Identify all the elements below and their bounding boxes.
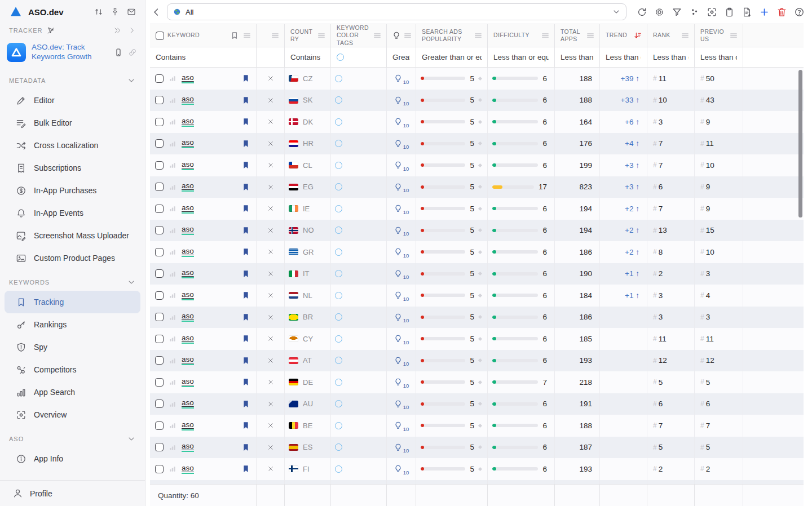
column-menu-icon[interactable] [373, 31, 382, 40]
row-checkbox[interactable] [155, 161, 164, 170]
keyword-link[interactable]: aso [182, 74, 194, 83]
tips-cell[interactable]: 10 [387, 307, 416, 329]
tips-cell[interactable]: 10 [387, 133, 416, 155]
column-header-difficulty[interactable]: DIFFICULTY [488, 24, 555, 47]
column-header-popularity[interactable]: SEARCH ADS POPULARITY [416, 24, 488, 47]
remove-icon[interactable] [267, 443, 275, 451]
column-header-total-apps[interactable]: TOTAL APPS [555, 24, 600, 47]
keyword-link[interactable]: aso [182, 225, 194, 235]
row-checkbox[interactable] [155, 226, 164, 234]
color-tag-circle[interactable] [335, 400, 342, 407]
column-menu-icon[interactable] [271, 31, 280, 40]
sidebar-item-cross-localization[interactable]: Cross Localization [5, 134, 140, 157]
sidebar-item-in-app-purchases[interactable]: In-App Purchases [5, 179, 140, 202]
sidebar-item-tracking[interactable]: Tracking [5, 291, 140, 313]
sidebar-item-spy[interactable]: Spy [5, 336, 140, 358]
bookmark-filled-icon[interactable] [241, 139, 250, 148]
row-checkbox[interactable] [155, 74, 164, 83]
filter-country[interactable]: Contains [285, 47, 331, 67]
column-menu-icon[interactable] [403, 31, 412, 40]
bookmark-filled-icon[interactable] [241, 117, 250, 126]
bookmark-filled-icon[interactable] [241, 204, 250, 213]
bookmark-filled-icon[interactable] [241, 291, 250, 300]
color-tag-circle[interactable] [335, 313, 342, 321]
color-tag-circle[interactable] [335, 205, 342, 212]
delete-button[interactable] [775, 6, 788, 18]
row-checkbox[interactable] [155, 291, 164, 300]
color-tag-circle[interactable] [335, 292, 342, 299]
column-menu-icon[interactable] [729, 31, 738, 40]
remove-icon[interactable] [267, 378, 275, 386]
sidebar-item-in-app-events[interactable]: In-App Events [5, 202, 140, 224]
tips-cell[interactable]: 10 [387, 154, 416, 176]
tips-cell[interactable]: 10 [387, 371, 416, 393]
color-tag-circle[interactable] [335, 118, 342, 126]
tips-cell[interactable]: 10 [387, 90, 416, 112]
sidebar-item-subscriptions[interactable]: Subscriptions [5, 157, 140, 179]
column-header-keyword[interactable]: KEYWORD [150, 24, 257, 47]
add-keyword-button[interactable] [758, 6, 770, 18]
bookmark-filled-icon[interactable] [241, 74, 250, 83]
column-header-delete[interactable] [257, 24, 285, 47]
tips-cell[interactable]: 10 [387, 263, 416, 285]
bookmark-filled-icon[interactable] [241, 313, 250, 322]
filter-popularity[interactable]: Greater than or eq... [416, 47, 488, 67]
filter-difficulty[interactable]: Less than or equal ... [488, 47, 555, 67]
vertical-scrollbar[interactable] [798, 70, 802, 218]
section-header-aso[interactable]: ASO [0, 426, 145, 447]
column-header-rank[interactable]: RANK [647, 24, 695, 47]
filter-keyword[interactable]: Contains [150, 47, 257, 67]
keyword-link[interactable]: aso [182, 182, 194, 192]
select-all-checkbox[interactable] [156, 32, 164, 40]
chevron-right-icon[interactable] [128, 26, 136, 34]
import-file-button[interactable] [740, 6, 753, 18]
compare-icon[interactable] [94, 7, 103, 16]
remove-icon[interactable] [267, 248, 275, 256]
bookmark-filled-icon[interactable] [241, 378, 250, 387]
remove-icon[interactable] [267, 118, 275, 126]
remove-icon[interactable] [267, 183, 275, 191]
column-menu-icon[interactable] [242, 31, 251, 40]
mail-icon[interactable] [127, 7, 136, 16]
filter-total-apps[interactable]: Less than... [555, 47, 600, 67]
color-tag-circle[interactable] [335, 162, 342, 169]
link-icon[interactable] [128, 48, 137, 57]
remove-icon[interactable] [267, 400, 275, 408]
keyword-link[interactable]: aso [182, 161, 194, 170]
tips-cell[interactable]: 10 [387, 241, 416, 263]
keyword-link[interactable]: aso [182, 117, 194, 127]
back-button[interactable] [151, 7, 164, 17]
row-checkbox[interactable] [155, 356, 164, 365]
remove-icon[interactable] [267, 205, 275, 212]
bookmark-filled-icon[interactable] [241, 464, 250, 473]
tips-cell[interactable]: 10 [387, 68, 416, 90]
tips-cell[interactable]: 10 [387, 437, 416, 459]
bookmark-filled-icon[interactable] [241, 443, 250, 452]
refresh-button[interactable] [636, 6, 648, 18]
column-header-color-tags[interactable]: KEYWORD COLOR TAGS [331, 24, 387, 47]
filter-button[interactable] [670, 6, 683, 18]
column-header-country[interactable]: COUNTRY [285, 24, 331, 47]
filter-tips[interactable]: Great... [387, 47, 416, 67]
color-tag-circle[interactable] [335, 96, 342, 104]
tips-cell[interactable]: 10 [387, 285, 416, 307]
remove-icon[interactable] [267, 96, 275, 104]
row-checkbox[interactable] [155, 443, 164, 451]
color-tag-circle[interactable] [337, 54, 344, 61]
keyword-link[interactable]: aso [182, 356, 194, 365]
column-menu-icon[interactable] [681, 31, 690, 40]
help-button[interactable] [793, 6, 805, 18]
remove-icon[interactable] [267, 465, 275, 473]
keyword-link[interactable]: aso [182, 204, 194, 214]
keyword-link[interactable]: aso [182, 399, 194, 409]
remove-icon[interactable] [267, 270, 275, 278]
keyword-link[interactable]: aso [182, 464, 194, 474]
filter-color-tags[interactable] [331, 47, 387, 67]
row-checkbox[interactable] [155, 378, 164, 387]
row-checkbox[interactable] [155, 313, 164, 321]
bookmark-icon[interactable] [230, 31, 239, 40]
sidebar-item-app-info[interactable]: App Info [5, 447, 140, 470]
column-menu-icon[interactable] [586, 31, 595, 40]
remove-icon[interactable] [267, 227, 275, 234]
row-checkbox[interactable] [155, 269, 164, 278]
